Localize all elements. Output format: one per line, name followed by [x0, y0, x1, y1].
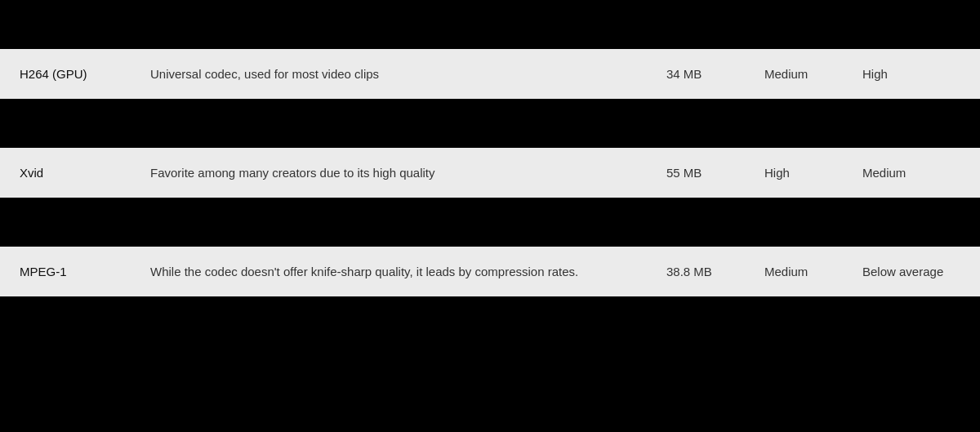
dark-row-bottom — [0, 296, 980, 345]
table-row: Xvid Favorite among many creators due to… — [0, 148, 980, 198]
codec-description: Universal codec, used for most video cli… — [150, 67, 666, 81]
codec-speed: High — [862, 67, 960, 81]
codec-quality: High — [764, 166, 862, 180]
codec-name: MPEG-1 — [20, 265, 150, 278]
codec-speed: Below average — [862, 265, 960, 278]
dark-row-middle-2 — [0, 198, 980, 247]
codec-size: 34 MB — [666, 67, 764, 81]
codec-description: Favorite among many creators due to its … — [150, 166, 666, 180]
codec-size: 38.8 MB — [666, 265, 764, 278]
codec-size: 55 MB — [666, 166, 764, 180]
codec-quality: Medium — [764, 67, 862, 81]
dark-row-middle-1 — [0, 99, 980, 148]
dark-row-top — [0, 0, 980, 49]
codec-name: Xvid — [20, 166, 150, 180]
table-row: MPEG-1 While the codec doesn't offer kni… — [0, 247, 980, 296]
codec-table: H264 (GPU) Universal codec, used for mos… — [0, 0, 980, 345]
codec-description: While the codec doesn't offer knife-shar… — [150, 265, 666, 278]
codec-speed: Medium — [862, 166, 960, 180]
codec-name: H264 (GPU) — [20, 67, 150, 81]
codec-quality: Medium — [764, 265, 862, 278]
table-row: H264 (GPU) Universal codec, used for mos… — [0, 49, 980, 99]
